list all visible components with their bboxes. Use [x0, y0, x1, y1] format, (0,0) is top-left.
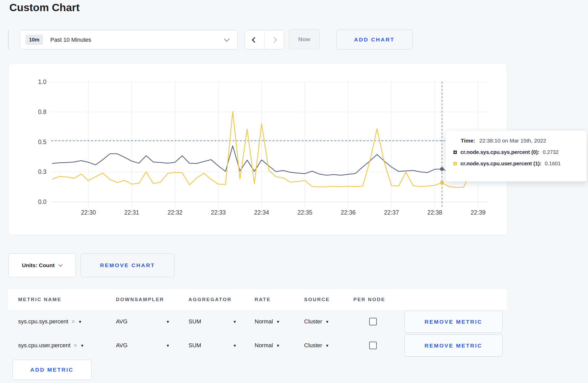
series-user-swatch-icon [453, 162, 457, 165]
time-range-label: Past 10 Minutes [50, 37, 91, 43]
y-axis-tick-label: 0.3 [38, 168, 46, 175]
chevron-down-icon [59, 263, 63, 267]
downsampler-dropdown[interactable]: AVG [116, 342, 128, 349]
series-line-sys [52, 146, 478, 175]
chevron-left-icon [252, 37, 258, 43]
aggregator-value: SUM [188, 342, 201, 349]
hover-point-user [440, 181, 444, 185]
col-header-metric-name: METRIC NAME [18, 289, 61, 310]
x-axis-tick-label: 22:34 [254, 209, 269, 216]
col-header-rate: RATE [255, 289, 271, 310]
remove-metric-button[interactable]: REMOVE METRIC [404, 311, 502, 333]
col-header-source: SOURCE [304, 289, 330, 310]
aggregator-dropdown[interactable]: SUM [188, 318, 201, 325]
source-value: Cluster [304, 318, 322, 325]
x-axis-tick-label: 22:35 [297, 209, 312, 216]
remove-selection-icon[interactable]: × [74, 342, 77, 349]
add-chart-button[interactable]: ADD CHART [336, 30, 412, 49]
downsampler-value: AVG [116, 342, 128, 349]
source-value: Cluster [304, 342, 322, 349]
metric-name-value: sys.cpu.user.percent [18, 342, 71, 349]
dropdown-arrow-icon: ▼ [325, 343, 329, 348]
timeseries-chart[interactable]: 0.00.30.50.81.022:3022:3122:3222:3322:34… [9, 64, 507, 235]
units-select[interactable]: Units: Count [8, 253, 76, 277]
rate-dropdown[interactable]: Normal ▼ [255, 318, 280, 325]
dropdown-arrow-icon: ▼ [276, 320, 280, 324]
metrics-table-header: METRIC NAME DOWNSAMPLER AGGREGATOR RATE … [8, 289, 507, 310]
dropdown-arrow-icon[interactable]: ▼ [166, 343, 170, 348]
y-axis-tick-label: 1.0 [38, 79, 46, 85]
tooltip-time-value: 22:38:10 on Mar 15th, 2022 [479, 138, 546, 144]
rate-value: Normal [255, 342, 273, 349]
now-button[interactable]: Now [289, 29, 320, 49]
rate-value: Normal [255, 318, 273, 325]
hover-point-sys [440, 167, 444, 171]
dropdown-arrow-icon[interactable]: ▼ [166, 320, 170, 324]
remove-selection-icon[interactable]: × [71, 318, 75, 325]
y-axis-tick-label: 0.5 [38, 139, 46, 145]
time-range-select[interactable]: 10m Past 10 Minutes [20, 30, 238, 49]
downsampler-dropdown[interactable]: AVG [116, 318, 128, 325]
dropdown-arrow-icon: ▼ [276, 343, 280, 348]
rate-dropdown[interactable]: Normal ▼ [255, 342, 280, 349]
tooltip-series-label: cr.node.sys.cpu.user.percent (1): [460, 161, 541, 167]
units-label: Units: Count [22, 262, 55, 268]
custom-chart-page: { "page": { "title": "Custom Chart", "ba… [0, 0, 588, 383]
time-nav-group [245, 30, 284, 49]
dropdown-arrow-icon: ▼ [78, 320, 82, 324]
source-dropdown[interactable]: Cluster ▼ [304, 342, 329, 349]
dropdown-arrow-icon: ▼ [80, 343, 84, 348]
tooltip-series-value: 0.2732 [543, 149, 559, 155]
table-row: sys.cpu.sys.percent × ▼ AVG ▼ SUM ▼ Norm… [8, 310, 507, 334]
y-axis-tick-label: 0.8 [38, 109, 46, 115]
metric-name-dropdown[interactable]: sys.cpu.sys.percent × ▼ [18, 318, 82, 325]
x-axis-tick-label: 22:37 [384, 209, 399, 216]
time-range-badge: 10m [25, 35, 43, 45]
tooltip-time-row: Time:22:38:10 on Mar 15th, 2022 [461, 138, 587, 144]
next-range-button[interactable] [264, 30, 284, 49]
chart-tooltip: Time:22:38:10 on Mar 15th, 2022 cr.node.… [445, 130, 587, 182]
chevron-down-icon [224, 36, 229, 41]
tooltip-series-label: cr.node.sys.cpu.sys.percent (0): [460, 149, 540, 155]
add-metric-button[interactable]: ADD METRIC [12, 360, 92, 380]
toolbar-divider [8, 30, 9, 49]
prev-range-button[interactable] [245, 30, 264, 49]
downsampler-value: AVG [116, 318, 128, 325]
per-node-checkbox[interactable] [369, 342, 377, 349]
dropdown-arrow-icon: ▼ [325, 320, 329, 324]
x-axis-tick-label: 22:33 [211, 209, 226, 216]
source-dropdown[interactable]: Cluster ▼ [304, 318, 329, 325]
page-title: Custom Chart [9, 2, 80, 14]
y-axis-tick-label: 0.0 [38, 198, 46, 205]
tooltip-time-label: Time: [461, 138, 475, 144]
x-axis-tick-label: 22:39 [471, 209, 486, 216]
x-axis-tick-label: 22:30 [81, 209, 96, 216]
chevron-right-icon [271, 37, 277, 43]
tooltip-series-value: 0.1601 [545, 161, 561, 167]
metric-name-dropdown[interactable]: sys.cpu.user.percent × ▼ [18, 342, 84, 349]
col-header-per-node: PER NODE [353, 289, 385, 310]
dropdown-arrow-icon[interactable]: ▼ [233, 320, 237, 324]
col-header-downsampler: DOWNSAMPLER [116, 289, 164, 310]
col-header-aggregator: AGGREGATOR [188, 289, 232, 310]
remove-metric-button[interactable]: REMOVE METRIC [404, 335, 502, 357]
aggregator-value: SUM [188, 318, 201, 325]
table-row: sys.cpu.user.percent × ▼ AVG ▼ SUM ▼ Nor… [8, 334, 507, 357]
per-node-checkbox[interactable] [369, 318, 377, 325]
tooltip-series-row: cr.node.sys.cpu.user.percent (1): 0.1601 [453, 161, 587, 167]
x-axis-tick-label: 22:32 [167, 209, 183, 216]
chart-panel: 0.00.30.50.81.022:3022:3122:3222:3322:34… [8, 64, 507, 235]
aggregator-dropdown[interactable]: SUM [188, 342, 201, 349]
dropdown-arrow-icon[interactable]: ▼ [233, 343, 237, 348]
x-axis-tick-label: 22:31 [124, 209, 139, 216]
x-axis-tick-label: 22:38 [427, 209, 442, 216]
x-axis-tick-label: 22:36 [341, 209, 356, 216]
remove-chart-button[interactable]: REMOVE CHART [81, 253, 174, 277]
series-sys-swatch-icon [453, 151, 457, 154]
metric-name-value: sys.cpu.sys.percent [18, 318, 68, 325]
series-line-user [52, 111, 478, 187]
tooltip-series-row: cr.node.sys.cpu.sys.percent (0): 0.2732 [453, 149, 587, 155]
